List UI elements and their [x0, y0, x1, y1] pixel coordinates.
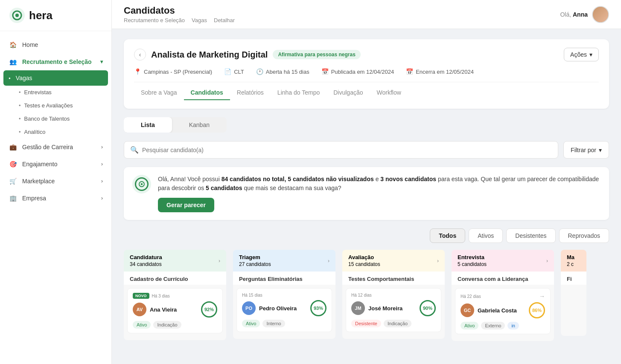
candidate-card[interactable]: Há 12 dias JM José Moreira 90% Desistent… [346, 288, 441, 332]
job-title: Analista de Marketing Digital [151, 50, 268, 60]
location-icon: 📍 [134, 68, 141, 75]
candidate-avatar: PO [242, 301, 256, 315]
generate-parecer-button[interactable]: Gerar parecer [158, 198, 214, 212]
chevron-right-icon: › [101, 195, 103, 201]
search-row: 🔍 Filtrar por ▾ [124, 141, 609, 159]
filter-tab-desistentes[interactable]: Desistentes [506, 228, 555, 243]
view-lista-button[interactable]: Lista [124, 117, 172, 133]
filter-tabs: Todos Ativos Desistentes Reprovados [124, 228, 609, 243]
chevron-right-icon: › [101, 161, 103, 167]
sidebar-item-home[interactable]: 🏠 Home [0, 36, 111, 53]
kanban-col-candidatura: Candidatura 34 candidatos › Cadastro de … [124, 250, 226, 341]
kanban-col-avaliacao: Avaliação 15 candidatos › Testes Comport… [342, 250, 445, 341]
chevron-right-icon: › [101, 178, 103, 184]
tab-workflow[interactable]: Workflow [370, 86, 408, 100]
sidebar-item-entrevistas[interactable]: Entrevistas [0, 86, 111, 99]
breadcrumb: Recrutamento e Seleção Vagas Detalhar [124, 17, 235, 23]
candidate-avatar: GC [461, 303, 474, 317]
col-subtitle: Conversa com a Liderança [452, 272, 554, 285]
sidebar-item-recrutamento[interactable]: 👥 Recrutamento e Seleção ▾ [0, 53, 111, 70]
tag-linkedin: in [507, 322, 519, 329]
col-count: 2 c [567, 261, 574, 267]
sidebar-item-marketplace[interactable]: 🛒 Marketplace › [0, 173, 111, 190]
user-avatar[interactable] [592, 6, 609, 23]
match-circle: 93% [310, 300, 327, 316]
sidebar-item-analitico[interactable]: Analítico [0, 125, 111, 139]
sidebar-item-label: Entrevistas [24, 89, 52, 95]
arrow-right-icon: › [546, 258, 548, 264]
candidate-name: Gabriela Costa [478, 307, 525, 314]
ai-content: Olá, Anna! Você possui 84 candidatos no … [158, 175, 601, 212]
tab-linha-do-tempo[interactable]: Linha do Tempo [271, 86, 327, 100]
briefcase-icon: 💼 [9, 143, 17, 151]
marketplace-icon: 🛒 [9, 177, 17, 185]
col-title: Avaliação [348, 254, 380, 260]
building-icon: 🏢 [9, 194, 17, 202]
home-icon: 🏠 [9, 40, 17, 49]
col-body-avaliacao: Há 12 dias JM José Moreira 90% Desistent… [342, 285, 445, 339]
sidebar-item-label: Recrutamento e Seleção [22, 58, 92, 65]
sidebar-item-label: Marketplace [22, 178, 55, 185]
sidebar-nav: 🏠 Home 👥 Recrutamento e Seleção ▾ ● Vaga… [0, 31, 111, 364]
col-count: 15 candidatos [348, 261, 380, 267]
sidebar-item-testes[interactable]: Testes e Avaliações [0, 99, 111, 112]
ai-icon [138, 180, 146, 188]
candidate-card[interactable]: NOVO Há 3 dias AV Ana Vieira 92% Ativo I… [127, 288, 223, 333]
new-badge: NOVO [133, 293, 149, 299]
col-subtitle: Cadastro de Currículo [124, 272, 226, 285]
user-greeting: Olá, Anna [560, 11, 588, 18]
breadcrumb-item-3[interactable]: Detalhar [214, 17, 235, 23]
tab-sobre-a-vaga[interactable]: Sobre a Vaga [134, 86, 184, 100]
sidebar-item-gestao[interactable]: 💼 Gestão de Carreira › [0, 139, 111, 156]
tag-desistente: Desistente [351, 320, 381, 327]
logo-text: hera [29, 9, 52, 22]
sidebar-item-banco[interactable]: Banco de Talentos [0, 112, 111, 125]
sidebar-item-label: Vagas [16, 75, 32, 81]
search-input[interactable] [142, 147, 552, 153]
breadcrumb-item-1[interactable]: Recrutamento e Seleção [124, 17, 185, 23]
breadcrumb-item-2[interactable]: Vagas [192, 17, 207, 23]
job-header: ‹ Analista de Marketing Digital Afirmati… [134, 48, 599, 61]
candidate-avatar: JM [351, 301, 365, 315]
tag-indicacao: Indicação [384, 320, 411, 327]
match-circle: 86% [529, 302, 545, 318]
header-left: Candidatos Recrutamento e Seleção Vagas … [124, 5, 235, 23]
col-subtitle: Testes Comportamentais [342, 272, 445, 285]
filter-tab-todos[interactable]: Todos [430, 228, 465, 243]
tab-relatorios[interactable]: Relatórios [230, 86, 271, 100]
avatar-image [593, 7, 608, 22]
job-badge: Afirmativa para pessoas negras [273, 50, 360, 59]
filter-button[interactable]: Filtrar por ▾ [563, 141, 609, 159]
target-icon: 🎯 [9, 160, 17, 168]
svg-point-2 [15, 14, 19, 17]
ai-avatar [132, 175, 151, 194]
arrow-right-icon: › [437, 258, 439, 264]
candidate-card[interactable]: Há 22 dias → GC Gabriela Costa 86% Ativo… [455, 288, 551, 334]
tab-divulgacao[interactable]: Divulgação [327, 86, 370, 100]
sidebar-item-label: Empresa [22, 195, 46, 202]
col-title: Entrevista [458, 254, 487, 260]
tab-candidatos[interactable]: Candidatos [184, 86, 230, 100]
sidebar-item-vagas[interactable]: ● Vagas [3, 70, 108, 86]
time-badge: Há 3 dias [152, 294, 170, 298]
view-kanban-button[interactable]: Kanban [172, 117, 227, 133]
candidate-name: José Moreira [368, 305, 416, 312]
candidate-card[interactable]: Há 15 dias PO Pedro Oliveira 93% Ativo I… [236, 288, 332, 332]
sidebar-item-engajamento[interactable]: 🎯 Engajamento › [0, 156, 111, 173]
time-badge: Há 15 dias [242, 293, 262, 298]
hera-logo-icon [9, 7, 26, 24]
actions-button[interactable]: Ações ▾ [564, 48, 599, 61]
back-button[interactable]: ‹ [134, 49, 146, 61]
filter-tab-reprovados[interactable]: Reprovados [559, 228, 609, 243]
kanban-col-ma: Ma 2 c Fi [561, 250, 586, 341]
filter-tab-ativos[interactable]: Ativos [469, 228, 503, 243]
sidebar-item-empresa[interactable]: 🏢 Empresa › [0, 190, 111, 207]
tab-bar: Sobre a Vaga Candidatos Relatórios Linha… [134, 82, 599, 100]
col-subtitle: Perguntas Eliminatórias [233, 272, 335, 285]
job-contract: 📄 CLT [224, 68, 244, 75]
top-header: Candidatos Recrutamento e Seleção Vagas … [112, 0, 621, 29]
col-title: Candidatura [130, 254, 162, 260]
card-tags: Ativo Indicação [133, 321, 217, 329]
page-title: Candidatos [124, 5, 235, 16]
tag-indicacao: Indicação [153, 321, 181, 329]
